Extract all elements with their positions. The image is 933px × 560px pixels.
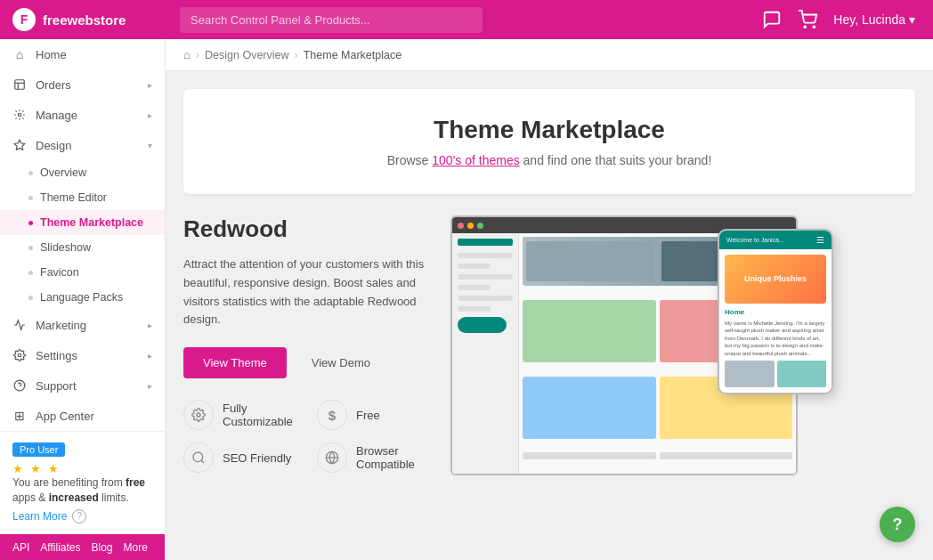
red-dot [458,223,464,229]
mini-line [458,285,491,290]
header-right: Hey, Lucinda ▾ [762,10,933,29]
sidebar-item-design[interactable]: Design ▾ [0,130,165,160]
user-greeting[interactable]: Hey, Lucinda ▾ [833,12,915,27]
design-icon [12,138,27,152]
feature-browser-compatible: Browser Compatible [317,442,433,473]
sub-dot [28,196,33,200]
mini-line [458,253,513,258]
sidebar-sub-favicon[interactable]: Favicon [0,260,165,285]
browser-icon [317,442,347,473]
sidebar-bottom: API Affiliates Blog More [0,534,165,560]
preview-button [458,317,507,333]
breadcrumb: ⌂ › Design Overview › Theme Marketplace [166,39,933,71]
home-breadcrumb-icon[interactable]: ⌂ [183,48,191,61]
sidebar-item-orders[interactable]: Orders ▸ [0,69,165,100]
view-theme-button[interactable]: View Theme [183,347,287,378]
mini-line [458,306,491,312]
star-icon: ★ [48,462,59,475]
svg-point-1 [814,26,815,28]
sidebar-sub-theme-marketplace[interactable]: Theme Marketplace [0,210,165,235]
sidebar-sub-overview[interactable]: Overview [0,160,165,185]
sub-dot-active [28,221,33,225]
theme-actions: View Theme View Demo [183,347,433,378]
pro-user-box: Pro User ★ ★ ★ You are benefiting from f… [0,431,165,534]
feature-free: $ Free [317,400,433,430]
sidebar-sub-language-packs[interactable]: Language Packs [0,285,165,310]
sidebar-item-home[interactable]: ⌂ Home [0,39,165,69]
breadcrumb-sep: › [295,49,298,61]
manage-icon [12,108,27,122]
svg-point-9 [197,413,200,417]
pro-description: You are benefiting from free apps & incr… [12,475,152,506]
mobile-site-name: Welcome to Janica... [726,237,784,243]
sidebar: ⌂ Home Orders ▸ Manage ▸ [0,39,166,560]
sidebar-item-app-center[interactable]: ⊞ App Center [0,401,165,431]
mockup-left-col [452,233,519,474]
mobile-img-1 [725,361,775,387]
product-img-3 [523,377,656,439]
sidebar-item-settings[interactable]: Settings ▸ [0,340,165,370]
search-area [166,7,762,33]
chevron-down-icon: ▾ [909,12,915,27]
brand-area: F freewebstore [0,0,166,39]
mobile-img-2 [777,361,827,387]
customizable-icon [183,400,214,430]
caption-row [523,452,792,470]
mobile-menu-icon: ☰ [816,235,824,245]
mobile-body: Unique Plushies Home My name is Michelle… [719,249,832,393]
sub-dot [28,171,33,175]
marketplace-link[interactable]: 100's of themes [432,153,519,167]
orders-arrow: ▸ [148,80,152,90]
theme-preview-container: Welcome to Janica... ☰ Unique Plushies H… [450,215,824,475]
affiliates-link[interactable]: Affiliates [40,541,80,554]
sidebar-sub-theme-editor[interactable]: Theme Editor [0,185,165,210]
help-fab-button[interactable]: ? [880,507,915,542]
caption-bar [523,452,656,459]
sidebar-item-support[interactable]: Support ▸ [0,370,165,401]
pro-badge: Pro User [12,442,65,457]
product-img-1 [523,300,656,362]
main-content: ⌂ › Design Overview › Theme Marketplace … [166,39,933,560]
svg-point-10 [193,452,203,462]
yellow-dot [467,223,474,229]
mobile-home-label: Home [725,308,826,316]
pro-stars: ★ ★ ★ [12,462,152,475]
main-layout: ⌂ Home Orders ▸ Manage ▸ [0,39,933,560]
svg-point-5 [18,113,21,117]
settings-icon [12,348,27,362]
marketing-icon [12,318,27,332]
app-center-icon: ⊞ [12,409,27,423]
sub-dot [28,296,33,300]
sidebar-item-manage[interactable]: Manage ▸ [0,100,165,130]
breadcrumb-design-overview[interactable]: Design Overview [205,49,288,61]
mini-line [458,274,513,280]
content-area: Theme Marketplace Browse 100's of themes… [166,71,933,560]
marketplace-banner: Theme Marketplace Browse 100's of themes… [183,89,915,194]
sub-dot [28,246,33,250]
theme-section: Redwood Attract the attention of your cu… [183,215,915,475]
more-link[interactable]: More [124,541,148,554]
star-icon: ★ [12,462,23,475]
learn-more-link[interactable]: Learn More [12,510,67,523]
view-demo-button[interactable]: View Demo [297,347,385,378]
api-link[interactable]: API [12,541,29,554]
mobile-hero: Unique Plushies [725,255,826,304]
sidebar-item-marketing[interactable]: Marketing ▸ [0,310,165,340]
free-icon: $ [317,400,347,430]
brand-icon-letter: F [20,12,28,27]
orders-icon [12,77,27,92]
mobile-mockup: Welcome to Janica... ☰ Unique Plushies H… [718,229,833,394]
theme-description: Attract the attention of your customers … [183,256,433,329]
features-grid: Fully Customizable $ Free S [183,400,433,473]
help-question-icon[interactable]: ? [72,509,86,523]
design-arrow: ▾ [148,141,152,150]
message-icon[interactable] [762,10,782,29]
marketing-arrow: ▸ [148,321,152,330]
sidebar-sub-slideshow[interactable]: Slideshow [0,235,165,260]
search-input[interactable] [180,7,483,33]
brand-name: freewebstore [43,12,126,28]
support-arrow: ▸ [148,381,152,391]
mini-line [458,296,513,301]
shopping-cart-icon[interactable] [798,10,817,29]
blog-link[interactable]: Blog [91,541,112,554]
